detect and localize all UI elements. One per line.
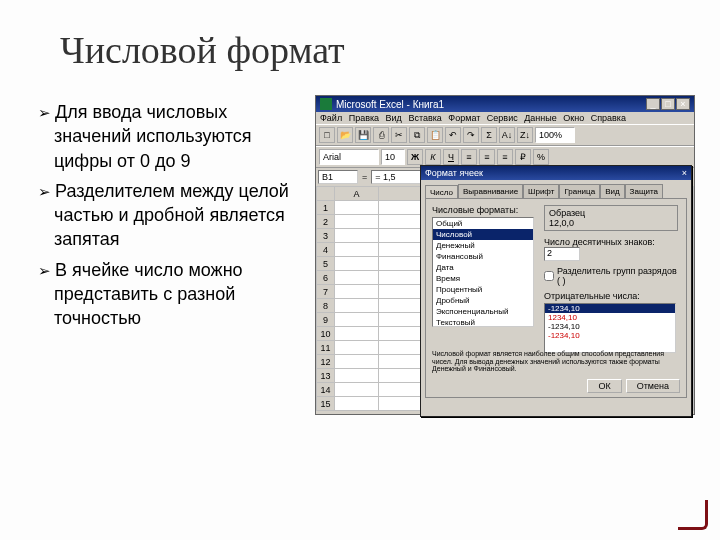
row-header[interactable]: 14 <box>317 383 335 397</box>
decimals-label: Число десятичных знаков: <box>544 237 655 247</box>
save-icon[interactable]: 💾 <box>355 127 371 143</box>
separator-label: Разделитель групп разрядов ( ) <box>557 266 678 286</box>
undo-icon[interactable]: ↶ <box>445 127 461 143</box>
decimals-input[interactable]: 2 <box>544 247 580 261</box>
sort-asc-icon[interactable]: A↓ <box>499 127 515 143</box>
neg-item[interactable]: -1234,10 <box>545 331 675 340</box>
row-header[interactable]: 15 <box>317 397 335 411</box>
tab-number[interactable]: Число <box>425 185 458 199</box>
maximize-button[interactable]: □ <box>661 98 675 110</box>
align-right-icon[interactable]: ≡ <box>497 149 513 165</box>
menu-item[interactable]: Окно <box>563 113 584 123</box>
paste-icon[interactable]: 📋 <box>427 127 443 143</box>
category-list[interactable]: Общий Числовой Денежный Финансовый Дата … <box>432 217 534 327</box>
separator-checkbox[interactable] <box>544 271 554 281</box>
row-header[interactable]: 4 <box>317 243 335 257</box>
cat-item[interactable]: Дробный <box>433 295 533 306</box>
excel-titlebar: Microsoft Excel - Книга1 _ □ × <box>316 96 694 112</box>
cat-item[interactable]: Время <box>433 273 533 284</box>
sort-desc-icon[interactable]: Z↓ <box>517 127 533 143</box>
row-header[interactable]: 10 <box>317 327 335 341</box>
tab-alignment[interactable]: Выравнивание <box>458 184 523 198</box>
currency-icon[interactable]: ₽ <box>515 149 531 165</box>
redo-icon[interactable]: ↷ <box>463 127 479 143</box>
row-header[interactable]: 1 <box>317 201 335 215</box>
open-icon[interactable]: 📂 <box>337 127 353 143</box>
menu-item[interactable]: Правка <box>349 113 379 123</box>
cat-item[interactable]: Денежный <box>433 240 533 251</box>
format-cells-dialog: Формат ячеек × Число Выравнивание Шрифт … <box>420 165 692 417</box>
bullet-item: Разделителем между целой частью и дробно… <box>38 179 308 252</box>
bullet-item: В ячейке число можно представить с разно… <box>38 258 308 331</box>
align-left-icon[interactable]: ≡ <box>461 149 477 165</box>
row-header[interactable]: 9 <box>317 313 335 327</box>
zoom-box[interactable]: 100% <box>535 127 575 143</box>
menu-item[interactable]: Вид <box>386 113 402 123</box>
percent-icon[interactable]: % <box>533 149 549 165</box>
bullet-item: Для ввода числовых значений используются… <box>38 100 308 173</box>
col-header[interactable] <box>317 187 335 201</box>
italic-icon[interactable]: К <box>425 149 441 165</box>
tab-content: Числовые форматы: Общий Числовой Денежны… <box>425 198 687 398</box>
align-center-icon[interactable]: ≡ <box>479 149 495 165</box>
dialog-title: Формат ячеек <box>425 168 483 178</box>
menu-bar[interactable]: Файл Правка Вид Вставка Формат Сервис Да… <box>316 112 694 124</box>
negative-list[interactable]: -1234,10 1234,10 -1234,10 -1234,10 <box>544 303 676 353</box>
cut-icon[interactable]: ✂ <box>391 127 407 143</box>
row-header[interactable]: 12 <box>317 355 335 369</box>
neg-item[interactable]: -1234,10 <box>545 304 675 313</box>
underline-icon[interactable]: Ч <box>443 149 459 165</box>
menu-item[interactable]: Файл <box>320 113 342 123</box>
col-header[interactable]: A <box>335 187 379 201</box>
copy-icon[interactable]: ⧉ <box>409 127 425 143</box>
menu-item[interactable]: Сервис <box>487 113 518 123</box>
sample-box: Образец 12,0,0 <box>544 205 678 231</box>
sum-icon[interactable]: Σ <box>481 127 497 143</box>
excel-icon <box>320 98 332 110</box>
ok-button[interactable]: ОК <box>587 379 621 393</box>
minimize-button[interactable]: _ <box>646 98 660 110</box>
cat-item[interactable]: Текстовый <box>433 317 533 327</box>
cat-item[interactable]: Финансовый <box>433 251 533 262</box>
new-icon[interactable]: □ <box>319 127 335 143</box>
neg-item[interactable]: 1234,10 <box>545 313 675 322</box>
menu-item[interactable]: Справка <box>591 113 626 123</box>
description-text: Числовой формат является наиболее общим … <box>432 350 680 373</box>
cat-item[interactable]: Экспоненциальный <box>433 306 533 317</box>
print-icon[interactable]: ⎙ <box>373 127 389 143</box>
window-title: Microsoft Excel - Книга1 <box>336 99 444 110</box>
row-header[interactable]: 2 <box>317 215 335 229</box>
standard-toolbar: □ 📂 💾 ⎙ ✂ ⧉ 📋 ↶ ↷ Σ A↓ Z↓ 100% <box>316 124 694 146</box>
cell[interactable] <box>335 201 379 215</box>
cat-item[interactable]: Дата <box>433 262 533 273</box>
close-button[interactable]: × <box>676 98 690 110</box>
sample-value: 12,0,0 <box>549 218 673 228</box>
font-box[interactable]: Arial <box>319 149 379 165</box>
tab-protection[interactable]: Защита <box>625 184 663 198</box>
menu-item[interactable]: Данные <box>524 113 557 123</box>
tab-font[interactable]: Шрифт <box>523 184 559 198</box>
separator-row[interactable]: Разделитель групп разрядов ( ) <box>544 266 678 286</box>
row-header[interactable]: 3 <box>317 229 335 243</box>
bold-icon[interactable]: Ж <box>407 149 423 165</box>
row-header[interactable]: 8 <box>317 299 335 313</box>
cat-item-selected[interactable]: Числовой <box>433 229 533 240</box>
name-box[interactable]: B1 <box>318 170 358 184</box>
cancel-button[interactable]: Отмена <box>626 379 680 393</box>
size-box[interactable]: 10 <box>381 149 405 165</box>
row-header[interactable]: 7 <box>317 285 335 299</box>
row-header[interactable]: 11 <box>317 341 335 355</box>
close-icon[interactable]: × <box>682 168 687 178</box>
dialog-titlebar: Формат ячеек × <box>421 166 691 180</box>
decimals-row: Число десятичных знаков: 2 <box>544 237 678 261</box>
menu-item[interactable]: Формат <box>448 113 480 123</box>
menu-item[interactable]: Вставка <box>408 113 441 123</box>
cat-item[interactable]: Общий <box>433 218 533 229</box>
tab-view[interactable]: Вид <box>600 184 624 198</box>
row-header[interactable]: 13 <box>317 369 335 383</box>
tab-border[interactable]: Граница <box>559 184 600 198</box>
row-header[interactable]: 6 <box>317 271 335 285</box>
cat-item[interactable]: Процентный <box>433 284 533 295</box>
row-header[interactable]: 5 <box>317 257 335 271</box>
neg-item[interactable]: -1234,10 <box>545 322 675 331</box>
